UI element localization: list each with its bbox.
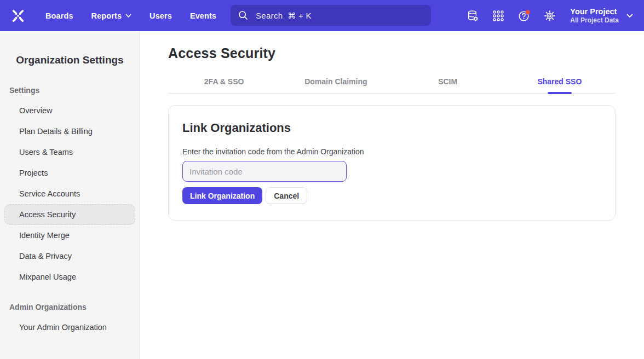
tab-shared-sso[interactable]: Shared SSO	[504, 77, 616, 93]
main-content: Access Security 2FA & SSO Domain Claimin…	[140, 31, 644, 359]
chevron-down-icon	[626, 14, 633, 18]
notification-dot	[526, 10, 530, 14]
nav-item-events[interactable]: Events	[190, 11, 216, 20]
top-navbar: Boards Reports Users Events	[0, 0, 644, 31]
sidebar-item-data-privacy[interactable]: Data & Privacy	[4, 246, 135, 267]
sidebar-item-service-accounts[interactable]: Service Accounts	[4, 183, 135, 204]
sidebar-title: Organization Settings	[0, 31, 140, 66]
data-pipeline-icon[interactable]	[466, 9, 479, 22]
mixpanel-logo-icon[interactable]	[10, 9, 26, 23]
link-organization-button[interactable]: Link Organization	[182, 187, 262, 204]
help-icon[interactable]	[518, 9, 531, 22]
sidebar-item-overview[interactable]: Overview	[4, 100, 135, 121]
nav-item-label: Events	[190, 11, 216, 20]
search-icon	[238, 10, 249, 21]
link-organizations-card: Link Organizations Enter the invitation …	[168, 105, 616, 221]
apps-grid-icon[interactable]	[492, 9, 505, 22]
access-security-tabs: 2FA & SSO Domain Claiming SCIM Shared SS…	[168, 77, 616, 94]
navbar-right: Your Project All Project Data	[466, 0, 644, 31]
nav-item-label: Users	[150, 11, 172, 20]
tab-scim[interactable]: SCIM	[392, 77, 504, 93]
sidebar-item-users-teams[interactable]: Users & Teams	[4, 142, 135, 163]
page-title: Access Security	[168, 45, 616, 61]
settings-gear-icon[interactable]	[543, 9, 556, 22]
nav-item-label: Reports	[91, 11, 122, 20]
card-title: Link Organizations	[182, 121, 602, 135]
tab-domain-claiming[interactable]: Domain Claiming	[280, 77, 392, 93]
sidebar-item-access-security[interactable]: Access Security	[4, 204, 135, 225]
sidebar-item-mixpanel-usage[interactable]: Mixpanel Usage	[4, 267, 135, 287]
search-input[interactable]	[255, 10, 424, 21]
tab-2fa-sso[interactable]: 2FA & SSO	[168, 77, 280, 93]
card-actions: Link Organization Cancel	[182, 187, 602, 204]
sidebar-item-projects[interactable]: Projects	[4, 163, 135, 183]
global-search[interactable]	[231, 5, 431, 26]
sidebar-item-your-admin-organization[interactable]: Your Admin Organization	[4, 317, 135, 338]
project-name: Your Project	[570, 7, 619, 16]
primary-nav: Boards Reports Users Events	[45, 0, 216, 31]
nav-item-label: Boards	[45, 11, 73, 20]
sidebar-item-plan-details-billing[interactable]: Plan Details & Billing	[4, 121, 135, 142]
invitation-code-input[interactable]	[182, 161, 347, 182]
invitation-code-label: Enter the invitation code from the Admin…	[182, 147, 602, 156]
section-header-admin-organizations: Admin Organizations	[9, 303, 140, 311]
project-subtitle: All Project Data	[570, 16, 619, 25]
nav-item-users[interactable]: Users	[150, 11, 172, 20]
chevron-down-icon	[125, 14, 131, 18]
nav-item-reports[interactable]: Reports	[91, 11, 132, 20]
project-selector[interactable]: Your Project All Project Data	[570, 7, 633, 25]
section-header-settings: Settings	[9, 86, 140, 95]
sidebar-item-identity-merge[interactable]: Identity Merge	[4, 225, 135, 246]
cancel-button[interactable]: Cancel	[266, 187, 307, 204]
org-settings-sidebar: Organization Settings Settings Overview …	[0, 31, 140, 359]
nav-item-boards[interactable]: Boards	[45, 11, 73, 20]
